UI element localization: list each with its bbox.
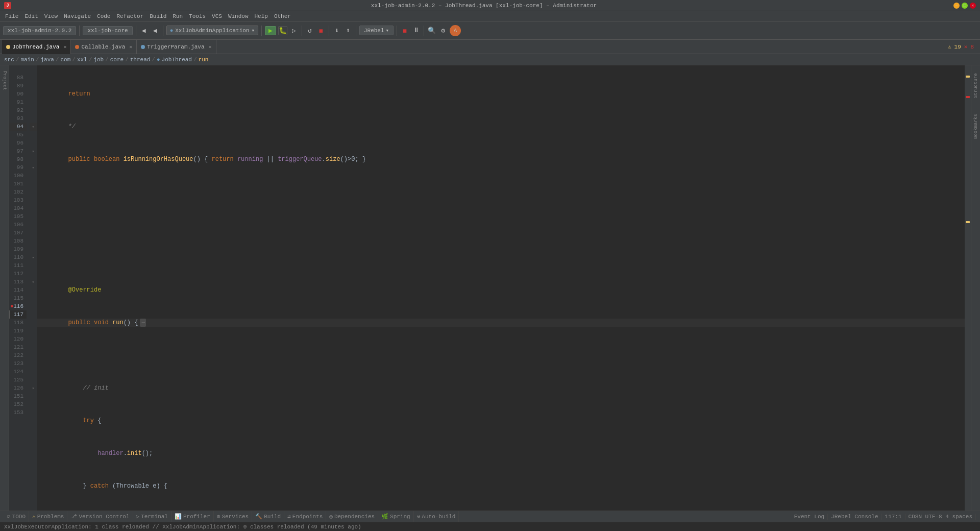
menu-navigate[interactable]: Navigate	[61, 11, 94, 21]
fold-126[interactable]: ▾	[30, 384, 37, 392]
terminal-panel[interactable]: ▷ Terminal	[133, 511, 172, 522]
tab-jobthread[interactable]: JobThread.java ✕	[2, 40, 71, 54]
rerun-button[interactable]: ↺	[305, 26, 314, 35]
back-button[interactable]: ◀	[139, 26, 149, 35]
error-icon: ✕	[964, 43, 968, 50]
close-button[interactable]: ✕	[970, 3, 976, 9]
pause-button[interactable]: ⏸	[411, 26, 421, 35]
dependencies-label: Dependencies	[334, 514, 375, 520]
spring-panel[interactable]: 🌿 Spring	[378, 511, 414, 522]
bc-jobthread[interactable]: JobThread	[162, 57, 192, 63]
fold-94[interactable]: ▾	[30, 123, 37, 131]
app-logo: J	[4, 2, 11, 9]
menu-edit[interactable]: Edit	[21, 11, 41, 21]
minimize-button[interactable]: －	[953, 3, 960, 9]
code-editor[interactable]: return */ public boolean isRunningOrHasQ…	[37, 65, 965, 511]
user-button[interactable]: A	[450, 25, 461, 36]
code-line-96: // init	[37, 384, 965, 392]
main-area: Project 88 89 90 91 92 93 94 95 96 97 98…	[0, 65, 980, 511]
autobuild-panel[interactable]: ⚒ Auto-build	[414, 511, 459, 522]
bc-main[interactable]: main	[20, 57, 34, 63]
bc-java[interactable]: java	[40, 57, 54, 63]
tab-close-jobthread[interactable]: ✕	[63, 44, 66, 50]
bc-xxl[interactable]: xxl	[77, 57, 87, 63]
build-icon: 🔨	[255, 513, 262, 520]
git-push-button[interactable]: ⬆	[344, 26, 353, 35]
fold-97[interactable]: ▾	[30, 147, 37, 155]
event-log-panel[interactable]: Event Log	[791, 514, 828, 520]
menu-window[interactable]: Window	[225, 11, 252, 21]
git-update-button[interactable]: ⬇	[332, 26, 341, 35]
fold-110[interactable]: ▾	[30, 253, 37, 261]
debug-arrow: →	[140, 319, 146, 327]
endpoints-panel[interactable]: ⇄ Endpoints	[284, 511, 326, 522]
jrebel-chevron: ▾	[386, 27, 389, 34]
services-panel[interactable]: ⚙ Services	[214, 511, 252, 522]
menu-view[interactable]: View	[41, 11, 61, 21]
profiler-label: Profiler	[183, 514, 210, 520]
debug-button[interactable]: 🐛	[278, 26, 287, 35]
breadcrumb: src / main / java / com / xxl / job / co…	[0, 54, 980, 65]
bc-core[interactable]: core	[110, 57, 124, 63]
menu-build[interactable]: Build	[146, 11, 169, 21]
vcs-label: Version Control	[79, 514, 129, 520]
warning-icon: ⚠	[948, 43, 951, 50]
scroll-overview	[965, 65, 971, 511]
build-panel[interactable]: 🔨 Build	[252, 511, 284, 522]
tab-triggerparam[interactable]: TriggerParam.java ✕	[137, 40, 216, 54]
version-control-panel[interactable]: ⎇ Version Control	[67, 511, 133, 522]
fold-99[interactable]: ▾	[30, 163, 37, 172]
search-button[interactable]: 🔍	[427, 26, 436, 35]
structure-panel-icon[interactable]: Structure	[971, 65, 980, 106]
project-selector[interactable]: xxl-job-admin-2.0.2	[3, 26, 76, 35]
bc-thread[interactable]: thread	[130, 57, 151, 63]
menu-refactor[interactable]: Refactor	[113, 11, 146, 21]
module-label: xxl-job-core	[87, 28, 128, 34]
run-with-coverage-button[interactable]: ▷	[289, 26, 299, 35]
forward-button[interactable]: ◀	[151, 26, 160, 35]
fold-column: ▾ ▾ ▾ ▾ ▾	[30, 65, 37, 511]
tab-close-callable[interactable]: ✕	[129, 44, 132, 50]
problems-panel[interactable]: ⚠ Problems	[29, 511, 67, 522]
code-line-97: try {	[37, 417, 965, 425]
menu-vcs[interactable]: VCS	[209, 11, 225, 21]
settings-button[interactable]: ⚙	[438, 26, 448, 35]
terminal-label: Terminal	[141, 514, 168, 520]
menu-code[interactable]: Code	[94, 11, 113, 21]
window-title: xxl-job-admin-2.0.2 – JobThread.java [xx…	[14, 3, 953, 9]
menu-help[interactable]: Help	[252, 11, 271, 21]
bc-job[interactable]: job	[93, 57, 104, 63]
run-button[interactable]: ▶	[265, 26, 276, 35]
todo-label: TODO	[12, 514, 26, 520]
jrebel-console-panel[interactable]: JRebel Console	[828, 514, 881, 520]
bc-com[interactable]: com	[60, 57, 70, 63]
code-line-93: @Override	[37, 286, 965, 294]
module-selector[interactable]: xxl-job-core	[83, 26, 132, 35]
stop-jrebel-button[interactable]: ◼	[400, 26, 409, 35]
todo-panel[interactable]: ☑ TODO	[4, 511, 29, 522]
app-selector-label: XxlJobAdminApplication	[175, 28, 249, 34]
position-indicator: 117:1	[882, 514, 905, 520]
toolbar-separator-8	[397, 26, 397, 36]
tab-callable[interactable]: Callable.java ✕	[71, 40, 137, 54]
menu-run[interactable]: Run	[169, 11, 186, 21]
tab-close-triggerparam[interactable]: ✕	[209, 44, 212, 50]
bc-run[interactable]: run	[199, 57, 209, 63]
terminal-icon: ▷	[136, 513, 140, 520]
maximize-button[interactable]: □	[962, 3, 968, 9]
encoding-indicator: CDSN UTF-8 4 spaces	[905, 514, 976, 520]
project-panel-icon[interactable]: Project	[0, 65, 9, 96]
jrebel-console-label: JRebel Console	[831, 514, 878, 520]
stop-button[interactable]: ◼	[316, 26, 326, 35]
jrebel-selector[interactable]: JRebel ▾	[359, 26, 394, 35]
profiler-panel[interactable]: 📊 Profiler	[172, 511, 214, 522]
fold-113[interactable]: ▾	[30, 278, 37, 286]
error-count: 8	[970, 44, 974, 50]
bookmarks-panel-icon[interactable]: Bookmarks	[971, 106, 980, 147]
menu-other[interactable]: Other	[271, 11, 294, 21]
app-selector[interactable]: ● XxlJobAdminApplication ▾	[166, 26, 258, 35]
dependencies-panel[interactable]: ◎ Dependencies	[326, 511, 378, 522]
bc-src[interactable]: src	[4, 57, 14, 63]
menu-tools[interactable]: Tools	[186, 11, 209, 21]
menu-file[interactable]: File	[2, 11, 21, 21]
